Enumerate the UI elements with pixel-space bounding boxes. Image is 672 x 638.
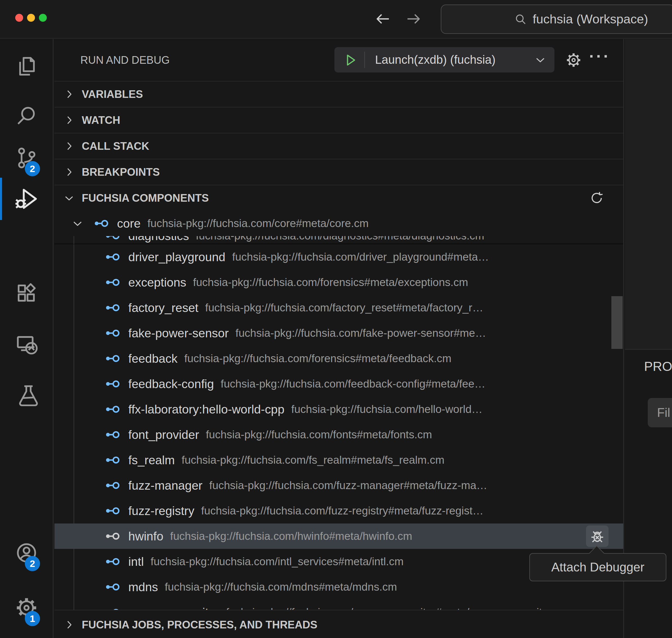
source-control-badge: 2 xyxy=(25,161,40,176)
component-icon xyxy=(105,531,121,542)
tree-item-component[interactable]: feedback-config fuchsia-pkg://fuchsia.co… xyxy=(54,371,623,397)
component-icon xyxy=(105,277,121,288)
section-label: WATCH xyxy=(82,114,120,127)
component-name: core xyxy=(117,217,141,231)
sidebar-item-testing[interactable] xyxy=(0,375,53,415)
chevron-right-icon xyxy=(63,114,75,127)
extensions-icon xyxy=(15,282,38,305)
settings-button[interactable]: 1 xyxy=(0,588,53,627)
window-minimize-button[interactable] xyxy=(27,14,35,22)
tree-item-root[interactable]: core fuchsia-pkg://fuchsia.com/core#meta… xyxy=(54,211,623,236)
chevron-right-icon xyxy=(63,88,75,101)
tree-item-component[interactable]: fake-power-sensor fuchsia-pkg://fuchsia.… xyxy=(54,320,623,346)
component-url: fuchsia-pkg://fuchsia.com/core#meta/core… xyxy=(148,217,369,230)
component-icon xyxy=(105,404,121,415)
component-name: driver_playground xyxy=(128,250,225,264)
search-icon xyxy=(15,104,38,128)
component-name: fuzz-registry xyxy=(128,504,194,518)
refresh-icon[interactable] xyxy=(589,190,604,206)
sidebar-item-run-and-debug[interactable] xyxy=(0,179,53,219)
section-label: FUCHSIA COMPONENTS xyxy=(82,192,209,204)
activity-bar: 2 2 1 xyxy=(0,39,54,638)
title-bar: fuchsia (Workspace) xyxy=(0,0,672,39)
component-icon xyxy=(105,353,121,364)
scrollbar-thumb[interactable] xyxy=(611,296,623,349)
section-fuchsia-components[interactable]: FUCHSIA COMPONENTS xyxy=(54,185,623,211)
command-center-search[interactable]: fuchsia (Workspace) xyxy=(441,4,672,34)
panel-section-header[interactable]: CALL STACK xyxy=(54,133,623,159)
editor-background xyxy=(625,39,672,350)
filter-input[interactable]: Fil xyxy=(648,398,672,427)
component-icon xyxy=(105,429,121,440)
sidebar-item-extensions[interactable] xyxy=(0,273,53,313)
sidebar-item-search[interactable] xyxy=(0,96,53,135)
flask-icon xyxy=(15,383,38,407)
component-url: fuchsia-pkg://fuchsia.com/fuzz-registry#… xyxy=(201,505,483,517)
tree-item-component[interactable]: factory_reset fuchsia-pkg://fuchsia.com/… xyxy=(54,295,623,320)
tooltip-attach-debugger: Attach Debugger xyxy=(529,553,666,581)
component-name: ffx-laboratory:hello-world-cpp xyxy=(128,402,285,416)
tree-item-component[interactable]: hwinfo fuchsia-pkg://fuchsia.com/hwinfo#… xyxy=(54,523,623,549)
component-icon xyxy=(105,328,121,339)
sticky-scroll-divider xyxy=(54,243,623,245)
component-url: fuchsia-pkg://fuchsia.com/fuzz-manager#m… xyxy=(209,479,487,492)
tree-item-component[interactable]: driver_playground fuchsia-pkg://fuchsia.… xyxy=(54,244,623,270)
section-label: FUCHSIA JOBS, PROCESSES, AND THREADS xyxy=(82,619,317,631)
filter-placeholder: Fil xyxy=(657,406,670,420)
tree-item-component[interactable]: fuzz-manager fuchsia-pkg://fuchsia.com/f… xyxy=(54,473,623,498)
remote-explorer-icon xyxy=(15,332,38,356)
section-label: BREAKPOINTS xyxy=(82,166,160,178)
component-name: fuzz-manager xyxy=(128,479,202,492)
bottom-panel: PRO Fil xyxy=(625,350,672,637)
more-actions-button[interactable]: ··· xyxy=(589,47,610,65)
window-zoom-button[interactable] xyxy=(39,14,47,22)
panel-section-header[interactable]: BREAKPOINTS xyxy=(54,159,623,185)
component-name: intl xyxy=(128,555,144,569)
panel-section-header[interactable]: WATCH xyxy=(54,107,623,133)
tree-item-component[interactable]: fs_realm fuchsia-pkg://fuchsia.com/fs_re… xyxy=(54,447,623,473)
component-url: fuchsia-pkg://fuchsia.com/hello-world… xyxy=(291,403,483,416)
component-url: fuchsia-pkg://fuchsia.com/fonts#meta/fon… xyxy=(206,429,432,441)
tree-item-component[interactable]: font_provider fuchsia-pkg://fuchsia.com/… xyxy=(54,422,623,447)
tree-item-component[interactable]: memory_monitor fuchsia-pkg://fuchsia.com… xyxy=(54,600,623,610)
component-name: memory_monitor xyxy=(128,606,219,610)
component-url: fuchsia-pkg://fuchsia.com/forensics#meta… xyxy=(193,276,468,288)
attach-debugger-button[interactable] xyxy=(586,525,608,547)
chevron-right-icon xyxy=(63,618,75,631)
launch-configuration-dropdown[interactable]: Launch(zxdb) (fuchsia) xyxy=(334,47,554,72)
component-icon xyxy=(105,480,121,491)
component-name: fake-power-sensor xyxy=(128,326,229,340)
component-url: fuchsia-pkg://fuchsia.com/hwinfo#meta/hw… xyxy=(170,530,412,542)
navigate-forward-button[interactable] xyxy=(405,10,422,28)
sidebar-item-remote-explorer[interactable] xyxy=(0,324,53,364)
tree-item-component[interactable]: exceptions fuchsia-pkg://fuchsia.com/for… xyxy=(54,270,623,295)
panel-section-header[interactable]: VARIABLES xyxy=(54,81,623,107)
panel-header: RUN AND DEBUG Launch(zxdb) (fuchsia) ··· xyxy=(54,39,623,81)
window-close-button[interactable] xyxy=(15,14,23,22)
component-name: exceptions xyxy=(128,275,186,289)
sidebar-item-source-control[interactable]: 2 xyxy=(0,138,53,178)
component-name: hwinfo xyxy=(128,530,163,543)
launch-configuration-label: Launch(zxdb) (fuchsia) xyxy=(375,53,495,67)
components-tree: diagnostics fuchsia-pkg://fuchsia.com/di… xyxy=(54,211,623,610)
run-and-debug-panel: RUN AND DEBUG Launch(zxdb) (fuchsia) ···… xyxy=(54,39,624,638)
component-name: feedback-config xyxy=(128,377,214,391)
section-fuchsia-jobs[interactable]: FUCHSIA JOBS, PROCESSES, AND THREADS xyxy=(54,610,623,638)
tree-item-component[interactable]: feedback fuchsia-pkg://fuchsia.com/foren… xyxy=(54,346,623,371)
indent-guide xyxy=(73,236,74,244)
tree-item-component[interactable]: ffx-laboratory:hello-world-cpp fuchsia-p… xyxy=(54,397,623,422)
navigate-back-button[interactable] xyxy=(374,10,391,28)
accounts-button[interactable]: 2 xyxy=(0,533,53,573)
component-url: fuchsia-pkg://fuchsia.com/fs_realm#meta/… xyxy=(182,454,444,466)
component-icon xyxy=(105,607,121,610)
tree-item-component[interactable]: fuzz-registry fuchsia-pkg://fuchsia.com/… xyxy=(54,498,623,523)
start-debug-button[interactable] xyxy=(342,52,357,67)
component-icon xyxy=(94,218,110,229)
sidebar-item-explorer[interactable] xyxy=(0,47,53,86)
settings-badge: 1 xyxy=(25,611,40,626)
component-url: fuchsia-pkg://fuchsia.com/driver_playgro… xyxy=(232,251,489,263)
chevron-right-icon xyxy=(63,140,75,153)
panel-title-clipped: PRO xyxy=(644,359,672,374)
component-url: fuchsia-pkg://fuchsia.com/intl_services#… xyxy=(151,555,404,568)
debug-settings-gear-button[interactable] xyxy=(566,52,582,68)
